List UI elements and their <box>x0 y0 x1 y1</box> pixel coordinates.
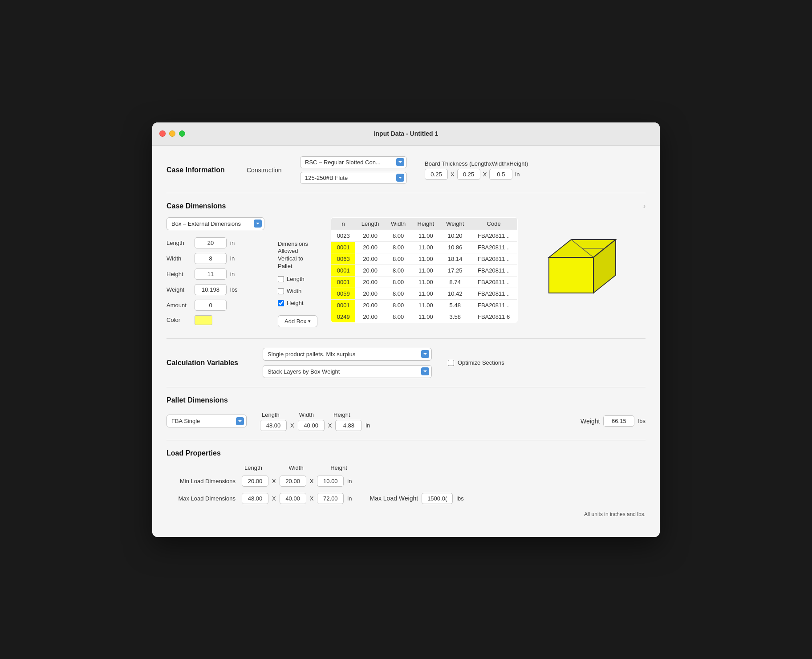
max-load-weight-input[interactable] <box>422 493 453 504</box>
table-row[interactable]: 005920.008.0011.0010.42FBA20811 .. <box>331 288 518 299</box>
table-cell: 11.00 <box>411 276 440 288</box>
pallet-height-input[interactable] <box>335 420 362 431</box>
table-cell: 11.00 <box>411 288 440 299</box>
min-load-width-input[interactable] <box>280 476 306 487</box>
pallet-width-input[interactable] <box>298 420 325 431</box>
window-title: Input Data - Untitled 1 <box>374 130 438 137</box>
pallet-dimensions-title: Pallet Dimensions <box>166 396 646 404</box>
thickness-width-input[interactable] <box>457 169 480 180</box>
table-cell: 8.00 <box>385 311 411 322</box>
pallet-length-input[interactable] <box>260 420 287 431</box>
amount-input[interactable] <box>195 300 227 311</box>
app-window: Input Data - Untitled 1 Case Information… <box>152 122 660 537</box>
calc-dropdown2[interactable]: Stack Layers by Box Weight <box>263 365 432 378</box>
max-load-dims: X X in <box>242 493 352 504</box>
height-input[interactable] <box>195 268 227 280</box>
table-cell: 20.00 <box>355 230 385 241</box>
minimize-button[interactable] <box>169 130 175 137</box>
length-field-row: Length in <box>166 237 264 248</box>
col-header-height: Height <box>411 217 440 230</box>
max-load-weight-label: Max Load Weight <box>369 495 418 502</box>
check-length[interactable] <box>278 276 284 282</box>
table-cell: 11.00 <box>411 311 440 322</box>
weight-unit: lbs <box>230 286 238 293</box>
table-cell: 10.20 <box>440 230 471 241</box>
check-height[interactable] <box>278 300 284 306</box>
load-properties-section: Load Properties Length Width Height Min … <box>166 449 646 526</box>
table-row[interactable]: 006320.008.0011.0018.14FBA20811 .. <box>331 253 518 264</box>
pallet-type-select[interactable]: FBA Single <box>166 415 247 427</box>
check-width[interactable] <box>278 288 284 294</box>
max-x1: X <box>272 495 276 502</box>
table-cell: FBA20811 .. <box>470 288 518 299</box>
close-button[interactable] <box>159 130 166 137</box>
min-load-height-input[interactable] <box>317 476 344 487</box>
calc-variables-section: Calculation Variables Single product pal… <box>166 348 646 387</box>
flute-select[interactable]: 125-250#B Flute <box>300 172 407 184</box>
calc-dropdown1[interactable]: Single product pallets. Mix surplus <box>263 348 432 361</box>
table-cell: 8.00 <box>385 241 411 253</box>
max-load-length-input[interactable] <box>242 493 268 504</box>
min-load-row: Min Load Dimensions X X in <box>166 476 646 487</box>
width-field-row: Width in <box>166 253 264 264</box>
col-header-code: Code <box>470 217 518 230</box>
case-info-row: Case Information Construction RSC – Regu… <box>166 156 646 184</box>
max-load-row: Max Load Dimensions X X in Max Load Weig… <box>166 493 646 504</box>
case-dims-expand-arrow[interactable]: › <box>643 202 646 210</box>
height-field-row: Height in <box>166 268 264 280</box>
pallet-weight-input[interactable] <box>603 415 634 427</box>
table-row[interactable]: 000120.008.0011.008.74FBA20811 .. <box>331 276 518 288</box>
table-cell: 20.00 <box>355 288 385 299</box>
dims-dropdown-row: Box – External Dimensions <box>166 217 264 230</box>
svg-marker-0 <box>549 257 593 293</box>
table-row[interactable]: 024920.008.0011.003.58FBA20811 6 <box>331 311 518 322</box>
table-cell: 20.00 <box>355 276 385 288</box>
thickness-height-input[interactable] <box>489 169 512 180</box>
table-row[interactable]: 000120.008.0011.0010.86FBA20811 .. <box>331 241 518 253</box>
dims-left-panel: Box – External Dimensions Length in Widt… <box>166 217 264 330</box>
color-field-row: Color <box>166 315 264 325</box>
thickness-length-input[interactable] <box>425 169 448 180</box>
width-input[interactable] <box>195 253 227 264</box>
color-swatch[interactable] <box>195 315 212 325</box>
min-load-length-input[interactable] <box>242 476 268 487</box>
dims-type-select[interactable]: Box – External Dimensions <box>166 217 264 230</box>
case-information-section: Case Information Construction RSC – Regu… <box>166 156 646 193</box>
table-cell: 18.14 <box>440 253 471 264</box>
min-x2: X <box>310 478 314 484</box>
min-load-label: Min Load Dimensions <box>166 478 235 484</box>
max-load-height-input[interactable] <box>317 493 344 504</box>
table-row[interactable]: 000120.008.0011.005.48FBA20811 .. <box>331 299 518 311</box>
fullscreen-button[interactable] <box>179 130 185 137</box>
case-dimensions-title: Case Dimensions <box>166 202 226 210</box>
load-properties-title: Load Properties <box>166 449 646 457</box>
table-cell: 8.00 <box>385 264 411 276</box>
optimize-checkbox[interactable] <box>448 360 454 366</box>
calc-variables-title: Calculation Variables <box>166 359 256 367</box>
board-thickness-group: Board Thickness (LengthxWidthxHeight) X … <box>425 160 528 180</box>
table-cell: FBA20811 .. <box>470 299 518 311</box>
traffic-lights <box>159 130 185 137</box>
pallet-weight-section: Weight lbs <box>581 415 646 427</box>
table-row[interactable]: 000120.008.0011.0017.25FBA20811 .. <box>331 264 518 276</box>
table-cell: 11.00 <box>411 264 440 276</box>
table-cell: FBA20811 .. <box>470 253 518 264</box>
table-cell: 8.00 <box>385 230 411 241</box>
construction-select[interactable]: RSC – Regular Slotted Con... <box>300 156 407 168</box>
check-length-label: Length <box>287 276 304 282</box>
pallet-dims-row: X X in <box>260 420 370 431</box>
pallet-type-select-container: FBA Single <box>166 415 247 427</box>
max-load-width-input[interactable] <box>280 493 306 504</box>
table-cell: 17.25 <box>440 264 471 276</box>
color-label: Color <box>166 317 191 323</box>
table-cell: 20.00 <box>355 253 385 264</box>
table-cell: 8.00 <box>385 253 411 264</box>
add-box-button[interactable]: Add Box <box>278 315 317 327</box>
box-3d-svg <box>536 226 625 306</box>
table-row[interactable]: 002320.008.0011.0010.20FBA20811 .. <box>331 230 518 241</box>
length-input[interactable] <box>195 237 227 248</box>
case-dims-content: Box – External Dimensions Length in Widt… <box>166 217 646 330</box>
weight-input[interactable] <box>195 284 227 295</box>
pallet-dims-labels: Length Width Height X X in <box>260 411 370 431</box>
optimize-label: Optimize Sections <box>458 359 504 366</box>
